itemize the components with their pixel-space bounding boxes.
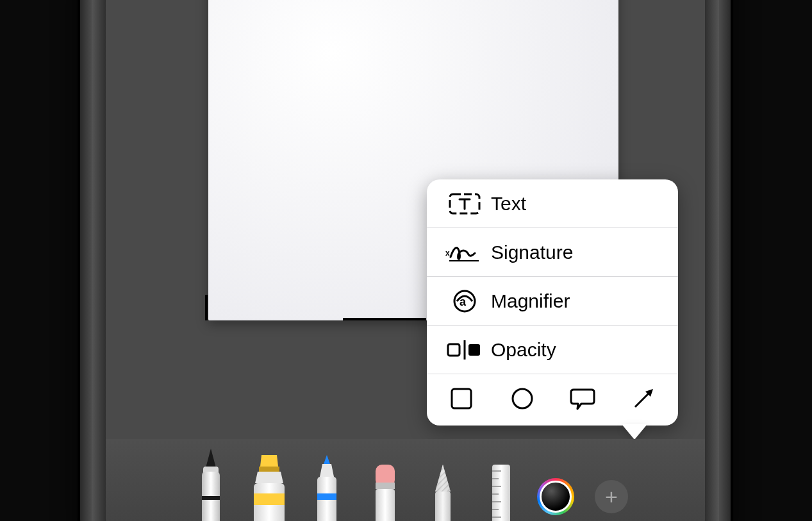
crop-handle-left[interactable] bbox=[205, 295, 208, 320]
popover-item-text[interactable]: Text bbox=[427, 179, 678, 228]
screen: Text x Signature bbox=[106, 0, 705, 521]
svg-text:a: a bbox=[460, 295, 467, 308]
popover-item-label: Signature bbox=[485, 242, 660, 263]
svg-rect-23 bbox=[317, 493, 336, 500]
tool-ruler[interactable] bbox=[479, 465, 524, 521]
svg-rect-32 bbox=[492, 465, 510, 521]
phone-frame: Text x Signature bbox=[80, 0, 731, 521]
popover-item-magnifier[interactable]: a Magnifier bbox=[427, 277, 678, 326]
tool-eraser[interactable] bbox=[363, 465, 408, 521]
tool-highlighter[interactable]: 80 bbox=[247, 455, 292, 521]
popover-item-label: Opacity bbox=[485, 339, 660, 361]
svg-rect-8 bbox=[452, 389, 471, 408]
add-button[interactable]: + bbox=[595, 480, 628, 513]
tool-pencil[interactable]: 50 bbox=[305, 455, 349, 521]
shape-circle[interactable] bbox=[510, 386, 535, 411]
popover-tail bbox=[622, 424, 647, 440]
tool-pen[interactable] bbox=[189, 449, 233, 521]
svg-rect-14 bbox=[202, 496, 220, 500]
svg-text:x: x bbox=[445, 249, 450, 258]
magnifier-icon: a bbox=[445, 288, 485, 314]
popover-item-opacity[interactable]: Opacity bbox=[427, 326, 678, 374]
svg-marker-12 bbox=[206, 449, 216, 468]
opacity-icon bbox=[445, 340, 485, 360]
plus-icon: + bbox=[605, 486, 618, 508]
svg-marker-15 bbox=[260, 455, 278, 467]
tool-lasso[interactable] bbox=[421, 465, 465, 521]
svg-rect-19 bbox=[254, 493, 285, 505]
popover-shapes-row bbox=[427, 374, 678, 426]
crop-handle-bottom[interactable] bbox=[343, 318, 426, 320]
svg-marker-21 bbox=[320, 464, 334, 477]
svg-rect-25 bbox=[376, 483, 395, 489]
toolbar-right-cluster: + bbox=[537, 478, 628, 521]
signature-icon: x bbox=[445, 242, 485, 263]
color-picker[interactable] bbox=[537, 478, 574, 515]
current-color-swatch bbox=[540, 481, 572, 513]
svg-rect-5 bbox=[448, 344, 460, 356]
svg-rect-28 bbox=[435, 492, 451, 521]
svg-marker-31 bbox=[435, 465, 451, 492]
phone-bezel: Text x Signature bbox=[92, 0, 719, 521]
shape-rectangle[interactable] bbox=[449, 386, 474, 411]
svg-marker-17 bbox=[255, 472, 283, 483]
svg-rect-26 bbox=[376, 489, 395, 521]
svg-marker-20 bbox=[324, 455, 330, 464]
text-box-icon bbox=[445, 193, 485, 215]
shape-arrow[interactable] bbox=[631, 386, 656, 411]
markup-toolbar: 80 50 bbox=[106, 439, 705, 521]
popover-item-label: Text bbox=[485, 193, 660, 215]
svg-rect-16 bbox=[259, 467, 279, 472]
popover-item-label: Magnifier bbox=[485, 290, 660, 312]
popover-item-signature[interactable]: x Signature bbox=[427, 228, 678, 277]
svg-point-9 bbox=[513, 389, 532, 408]
add-popover: Text x Signature bbox=[427, 179, 678, 426]
shape-speech-bubble[interactable] bbox=[570, 386, 595, 411]
svg-rect-7 bbox=[468, 344, 480, 356]
